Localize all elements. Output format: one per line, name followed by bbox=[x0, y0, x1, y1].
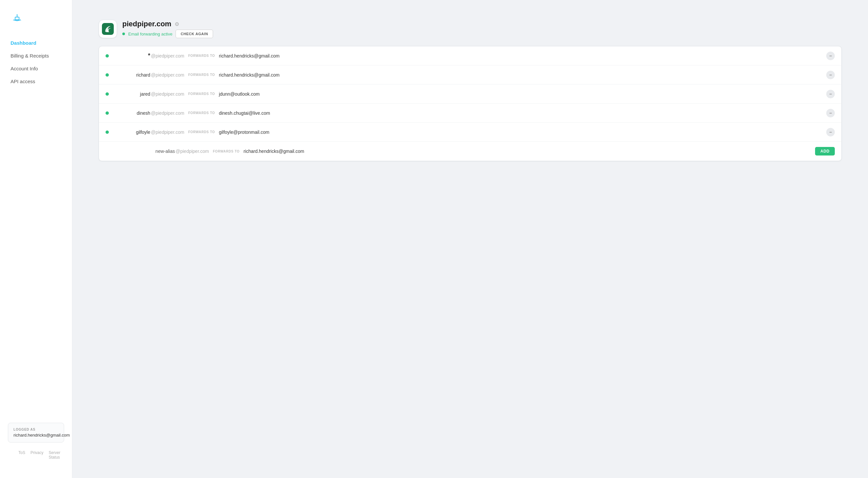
row-alias: * bbox=[117, 52, 150, 59]
footer-link-privacy[interactable]: Privacy bbox=[31, 450, 43, 459]
row-alias: richard bbox=[117, 72, 150, 77]
remove-button[interactable]: − bbox=[826, 109, 835, 117]
logo-area bbox=[0, 8, 72, 37]
row-domain: @piedpiper.com bbox=[151, 53, 184, 59]
domain-icon bbox=[99, 20, 117, 38]
check-again-button[interactable]: CHECK AGAIN bbox=[176, 30, 213, 38]
row-actions: − bbox=[826, 128, 835, 136]
row-active-dot bbox=[105, 92, 109, 96]
sidebar-item-dashboard[interactable]: Dashboard bbox=[8, 37, 64, 49]
app-logo-icon bbox=[10, 12, 24, 25]
forwards-to-label: FORWARDS TO bbox=[188, 73, 215, 76]
footer-link-server-status[interactable]: Server Status bbox=[49, 450, 60, 459]
logged-as-box: LOGGED AS richard.hendricks@gmail.com bbox=[8, 423, 64, 443]
status-text: Email forwarding active bbox=[128, 32, 172, 36]
forwards-to-label: FORWARDS TO bbox=[188, 54, 215, 58]
row-alias: jared bbox=[117, 91, 150, 97]
footer-link-tos[interactable]: ToS bbox=[19, 450, 25, 459]
remove-button[interactable]: − bbox=[826, 52, 835, 60]
row-forward-target: dinesh.chugtai@live.com bbox=[219, 110, 826, 116]
settings-gear-icon[interactable]: ⚙ bbox=[175, 21, 179, 27]
row-alias: gilfoyle bbox=[117, 130, 150, 135]
row-actions: − bbox=[826, 52, 835, 60]
domain-title-row: piedpiper.com ⚙ bbox=[122, 20, 213, 28]
status-row: Email forwarding active CHECK AGAIN bbox=[122, 30, 213, 38]
row-forward-target: richard.hendricks@gmail.com bbox=[219, 53, 826, 59]
forwards-to-label: FORWARDS TO bbox=[188, 130, 215, 134]
main-content: piedpiper.com ⚙ Email forwarding active … bbox=[72, 0, 868, 478]
row-actions: − bbox=[826, 109, 835, 117]
row-domain: @piedpiper.com bbox=[176, 149, 209, 154]
table-row: richard @piedpiper.com FORWARDS TO richa… bbox=[99, 65, 841, 85]
row-forward-target: richard.hendricks@gmail.com bbox=[244, 149, 815, 154]
add-alias-button[interactable]: ADD bbox=[815, 147, 835, 156]
row-actions: ADD bbox=[815, 147, 835, 156]
domain-info: piedpiper.com ⚙ Email forwarding active … bbox=[122, 20, 213, 38]
sidebar: Dashboard Billing & Receipts Account Inf… bbox=[0, 0, 72, 478]
row-domain: @piedpiper.com bbox=[151, 110, 184, 116]
remove-button[interactable]: − bbox=[826, 90, 835, 98]
sidebar-item-billing[interactable]: Billing & Receipts bbox=[8, 50, 64, 62]
sidebar-footer: LOGGED AS richard.hendricks@gmail.com To… bbox=[0, 417, 72, 470]
remove-button[interactable]: − bbox=[826, 128, 835, 136]
row-alias: dinesh bbox=[117, 110, 150, 116]
row-forward-target: jdunn@outlook.com bbox=[219, 91, 826, 97]
row-active-dot bbox=[105, 54, 109, 58]
forwards-to-label: FORWARDS TO bbox=[188, 111, 215, 115]
table-row: * @piedpiper.com FORWARDS TO richard.hen… bbox=[99, 46, 841, 65]
forwards-to-label: FORWARDS TO bbox=[213, 150, 239, 153]
row-active-dot bbox=[105, 111, 109, 115]
table-row: dinesh @piedpiper.com FORWARDS TO dinesh… bbox=[99, 103, 841, 123]
logged-as-label: LOGGED AS bbox=[13, 428, 59, 431]
forwards-to-label: FORWARDS TO bbox=[188, 92, 215, 96]
email-table-card: * @piedpiper.com FORWARDS TO richard.hen… bbox=[99, 46, 842, 161]
sidebar-item-api-access[interactable]: API access bbox=[8, 75, 64, 88]
sidebar-item-account-info[interactable]: Account Info bbox=[8, 62, 64, 75]
table-row-new: @piedpiper.com FORWARDS TO richard.hendr… bbox=[99, 142, 841, 161]
table-row: gilfoyle @piedpiper.com FORWARDS TO gilf… bbox=[99, 123, 841, 142]
row-forward-target: gilfoyle@protonmail.com bbox=[219, 130, 826, 135]
status-active-dot bbox=[122, 33, 125, 35]
footer-links: ToS Privacy Server Status bbox=[8, 445, 64, 465]
logged-as-email: richard.hendricks@gmail.com bbox=[13, 433, 59, 438]
new-alias-input[interactable] bbox=[117, 149, 175, 154]
remove-button[interactable]: − bbox=[826, 71, 835, 79]
row-active-dot bbox=[105, 73, 109, 76]
domain-name: piedpiper.com bbox=[122, 20, 171, 28]
domain-header: piedpiper.com ⚙ Email forwarding active … bbox=[99, 20, 842, 38]
pied-piper-logo-icon bbox=[102, 23, 114, 35]
row-domain: @piedpiper.com bbox=[151, 72, 184, 77]
svg-rect-0 bbox=[10, 12, 24, 25]
row-domain: @piedpiper.com bbox=[151, 130, 184, 135]
svg-point-3 bbox=[17, 14, 18, 15]
row-domain: @piedpiper.com bbox=[151, 91, 184, 97]
row-actions: − bbox=[826, 90, 835, 98]
sidebar-nav: Dashboard Billing & Receipts Account Inf… bbox=[0, 37, 72, 417]
row-actions: − bbox=[826, 71, 835, 79]
table-row: jared @piedpiper.com FORWARDS TO jdunn@o… bbox=[99, 85, 841, 103]
row-forward-target: richard.hendricks@gmail.com bbox=[219, 72, 826, 77]
row-active-dot bbox=[105, 130, 109, 134]
